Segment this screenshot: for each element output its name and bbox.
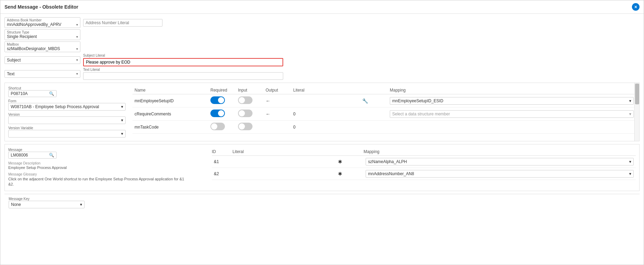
col-icon [360, 88, 388, 93]
row3-required [208, 123, 236, 131]
col-required: Required [208, 88, 236, 93]
message-key-select[interactable]: None ▾ [9, 201, 85, 208]
right-panel: Name Required Input Output Literal Mappi… [132, 86, 636, 138]
row2-input [236, 110, 264, 118]
subject-select[interactable]: Subject ▾ [4, 56, 80, 64]
subject-chevron-icon: ▾ [76, 58, 78, 62]
row1-mapping-select[interactable]: mnEmployeeSetupID_ESID ▾ [390, 97, 634, 105]
message-description-value: Employee Setup Process Approval [8, 165, 198, 170]
subject-row: Subject ▾ Subject Literal [4, 54, 640, 66]
scrollbar[interactable] [634, 83, 639, 141]
table-row: mnTaskCode 0 [132, 121, 636, 134]
row1-mapping: mnEmployeeSetupID_ESID ▾ [388, 97, 636, 105]
params-table: Name Required Input Output Literal Mappi… [132, 86, 636, 134]
table-row: cRequireComments ← 0 [132, 107, 636, 121]
msg-col-literal: Literal [232, 149, 336, 154]
close-button[interactable]: × [632, 3, 640, 11]
text-select[interactable]: Text ▾ [4, 70, 80, 78]
row1-input-toggle[interactable] [238, 96, 252, 104]
address-number-literal-input[interactable] [83, 19, 162, 27]
col-literal: Literal [291, 88, 360, 93]
col-input: Input [236, 88, 264, 93]
row3-required-toggle[interactable] [210, 123, 225, 130]
table-header-row: Name Required Input Output Literal Mappi… [132, 86, 636, 94]
mailbox-select[interactable]: Mailbox szMailBoxDesignator_MBDS ▾ [4, 41, 80, 52]
form-value: W08710AB - Employee Setup Process Approv… [11, 104, 99, 109]
row2-input-thumb [239, 110, 245, 116]
version-variable-sublabel: Version Variable [8, 126, 126, 130]
form-chevron-icon: ▾ [121, 104, 123, 109]
mailbox-chevron-icon: ▾ [76, 47, 78, 51]
shortcut-sublabel: Shortcut [8, 86, 57, 90]
col-mapping: Mapping [388, 88, 636, 93]
msg-row1-mapping-value: szNameAlpha_ALPH [368, 159, 407, 164]
subject-literal-input[interactable] [83, 58, 283, 66]
shortcut-row: Shortcut P08710A 🔍 [8, 86, 126, 97]
row3-name: mnTaskCode [132, 125, 208, 130]
row2-input-toggle[interactable] [238, 110, 252, 117]
form-group: Form W08710AB - Employee Setup Process A… [8, 99, 126, 111]
shortcut-box[interactable]: P08710A 🔍 [8, 90, 57, 97]
version-select-field[interactable]: ▾ [8, 116, 126, 124]
msg-col-mapping: Mapping [364, 149, 636, 154]
message-key-group: Message Key None ▾ [9, 197, 85, 208]
col-output: Output [264, 88, 291, 93]
message-key-chevron-icon: ▾ [80, 202, 82, 207]
row1-input-thumb [239, 97, 245, 103]
version-chevron-icon: ▾ [121, 118, 123, 123]
search-icon[interactable]: 🔍 [49, 91, 54, 96]
top-section: Address Book Number mnAddNoApprovedBy_AP… [4, 17, 640, 80]
mailbox-sublabel: Mailbox [7, 42, 19, 46]
row1-required-thumb [218, 97, 224, 103]
message-table-header: ID Literal Mapping [212, 148, 636, 156]
message-info: Message LM08006 🔍 Message Description Em… [8, 148, 198, 187]
row1-mapping-chevron-icon: ▾ [629, 98, 631, 103]
row2-mapping-select[interactable]: Select a data structure member ▾ [390, 110, 634, 118]
star-icon: ✱ [336, 159, 364, 164]
star-icon: ✱ [336, 171, 364, 177]
address-book-value: mnAddNoApprovedBy_APRV [7, 22, 61, 27]
row3-input-thumb [239, 123, 245, 130]
mailbox-row: Mailbox szMailBoxDesignator_MBDS ▾ [4, 41, 640, 52]
footer-section: Message Key None ▾ [4, 194, 640, 211]
row1-required-toggle[interactable] [210, 96, 225, 104]
row3-input-toggle[interactable] [238, 123, 252, 130]
message-sublabel: Message [8, 148, 57, 152]
subject-label: Subject [7, 58, 21, 63]
subject-sublabel: Subject Literal [83, 54, 283, 57]
bottom-content: Message LM08006 🔍 Message Description Em… [8, 148, 636, 187]
message-box[interactable]: LM08006 🔍 [8, 152, 57, 159]
middle-section: Shortcut P08710A 🔍 Form W08710AB - Emplo… [4, 83, 640, 141]
dialog-title: Send Message - Obsolete Editor [4, 4, 78, 10]
version-variable-select-field[interactable]: ▾ [8, 130, 126, 138]
msg-row2-mapping-select[interactable]: mnAddressNumber_AN8 ▾ [366, 170, 634, 178]
subject-input-wrapper: Subject Literal [83, 54, 283, 66]
address-book-select[interactable]: Address Book Number mnAddNoApprovedBy_AP… [4, 17, 80, 28]
dialog-header: Send Message - Obsolete Editor × [0, 0, 644, 14]
text-literal-input[interactable] [83, 72, 283, 80]
message-table-row: &1 ✱ szNameAlpha_ALPH ▾ [212, 156, 636, 168]
row2-required-toggle[interactable] [210, 110, 225, 117]
shortcut-group: Shortcut P08710A 🔍 [8, 86, 57, 97]
wrench-icon[interactable]: 🔧 [360, 98, 388, 104]
row1-input [236, 96, 264, 105]
msg-row1-mapping: szNameAlpha_ALPH ▾ [364, 158, 636, 165]
address-book-row: Address Book Number mnAddNoApprovedBy_AP… [4, 17, 640, 28]
form-select-field[interactable]: W08710AB - Employee Setup Process Approv… [8, 103, 126, 111]
message-key-value: None [11, 202, 21, 207]
structure-type-chevron-icon: ▾ [76, 35, 78, 39]
message-value: LM08006 [11, 153, 28, 158]
structure-type-select[interactable]: Structure Type Single Recipient ▾ [4, 29, 80, 40]
message-search-icon[interactable]: 🔍 [49, 153, 54, 158]
message-description-label: Message Description [8, 161, 40, 165]
address-book-chevron-icon: ▾ [76, 23, 78, 27]
row2-literal: 0 [291, 112, 360, 116]
table-row: mnEmployeeSetupID ← [132, 94, 636, 107]
structure-type-row: Structure Type Single Recipient ▾ [4, 29, 640, 40]
row1-mapping-value: mnEmployeeSetupID_ESID [392, 98, 443, 103]
row3-required-thumb [211, 123, 217, 130]
msg-row1-id: &1 [212, 159, 232, 164]
msg-row2-mapping: mnAddressNumber_AN8 ▾ [364, 170, 636, 178]
msg-row1-mapping-select[interactable]: szNameAlpha_ALPH ▾ [366, 158, 634, 165]
row1-output: ← [264, 98, 291, 104]
